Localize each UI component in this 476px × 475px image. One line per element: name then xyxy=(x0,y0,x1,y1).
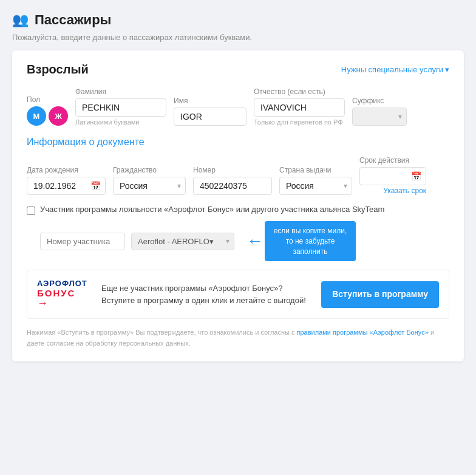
expiry-label: Срок действия xyxy=(359,156,426,165)
card-header: Взрослый Нужны специальные услуги ▾ xyxy=(27,63,449,77)
surname-hint: Латинскими буквами xyxy=(75,118,166,126)
loyalty-airline-select[interactable]: Aeroflot - AEROFLO▾ xyxy=(131,233,234,250)
specify-expiry-link[interactable]: Указать срок xyxy=(359,186,426,195)
loyalty-airline-wrapper: Aeroflot - AEROFLO▾ xyxy=(131,233,234,250)
dob-input[interactable] xyxy=(27,177,106,195)
gender-buttons: М Ж xyxy=(27,106,68,126)
surname-field: Фамилия Латинскими буквами xyxy=(75,87,166,126)
banner-text: Еще не участник программы «Аэрофлот Бону… xyxy=(101,282,311,306)
dob-input-wrapper: 📅 xyxy=(27,177,106,195)
logo-top: АЭРОФЛОТ xyxy=(37,279,87,288)
issue-country-select[interactable]: Россия xyxy=(279,177,352,195)
dob-label: Дата рождения xyxy=(27,166,106,174)
passenger-card: Взрослый Нужны специальные услуги ▾ Пол … xyxy=(12,50,464,361)
aeroflot-logo: АЭРОФЛОТ БОНУС → xyxy=(37,279,92,310)
doc-number-field: Номер xyxy=(193,166,272,195)
footer-link-1[interactable]: правилами программы «Аэрофлот Бонус» xyxy=(297,329,429,336)
suffix-field: Суффикс Jr Sr xyxy=(352,97,407,126)
aeroflot-banner: АЭРОФЛОТ БОНУС → Еще не участник програм… xyxy=(27,270,449,319)
gender-male-button[interactable]: М xyxy=(27,106,46,126)
doc-number-label: Номер xyxy=(193,166,272,174)
loyalty-inputs-row: Aeroflot - AEROFLO▾ ← если вы копите мил… xyxy=(40,221,449,261)
join-program-button[interactable]: Вступить в программу xyxy=(321,281,439,308)
expiry-field: Срок действия 📅 Указать срок xyxy=(359,156,426,195)
callout-bubble: если вы копите мили, то не забудьте запо… xyxy=(265,221,356,261)
loyalty-number-input[interactable] xyxy=(40,233,125,250)
page-header: 👥 Пассажиры xyxy=(12,12,464,28)
citizenship-field: Гражданство Россия xyxy=(113,166,186,195)
first-name-field: Имя xyxy=(174,97,246,126)
issue-country-field: Страна выдачи Россия xyxy=(279,166,352,195)
gender-field: Пол М Ж xyxy=(27,95,68,126)
footer-text: Нажимая «Вступить в программу» Вы подтве… xyxy=(27,327,449,349)
page-subtitle: Пожалуйста, введите данные о пассажирах … xyxy=(12,33,464,42)
document-section-title: Информация о документе xyxy=(27,137,449,148)
footer-text-before: Нажимая «Вступить в программу» Вы подтве… xyxy=(27,329,297,336)
gender-label: Пол xyxy=(27,95,68,104)
first-name-label: Имя xyxy=(174,97,246,105)
issue-country-select-wrapper: Россия xyxy=(279,177,352,195)
suffix-label: Суффикс xyxy=(352,97,407,105)
dob-field: Дата рождения 📅 xyxy=(27,166,106,195)
passenger-type: Взрослый xyxy=(27,63,89,77)
suffix-select[interactable]: Jr Sr xyxy=(352,108,407,126)
loyalty-label: Участник программы лояльности «Аэрофлот … xyxy=(40,205,384,214)
passengers-icon: 👥 xyxy=(12,12,29,28)
surname-input[interactable] xyxy=(75,98,166,117)
left-arrow-icon: ← xyxy=(246,231,264,251)
page-wrapper: 👥 Пассажиры Пожалуйста, введите данные о… xyxy=(12,12,464,361)
document-fields-row: Дата рождения 📅 Гражданство Россия Номер xyxy=(27,156,449,195)
expiry-input-wrapper: 📅 xyxy=(359,167,426,185)
surname-label: Фамилия xyxy=(75,87,166,96)
patronymic-label: Отчество (если есть) xyxy=(254,87,345,96)
logo-arrow: → xyxy=(37,297,48,310)
page-title: Пассажиры xyxy=(35,12,111,28)
patronymic-hint: Только для перелетов по РФ xyxy=(254,118,345,126)
gender-female-button[interactable]: Ж xyxy=(49,106,68,126)
arrow-callout: ← если вы копите мили, то не забудьте за… xyxy=(246,221,356,261)
expiry-input[interactable] xyxy=(359,167,426,185)
citizenship-select[interactable]: Россия xyxy=(113,177,186,195)
name-fields-row: Пол М Ж Фамилия Латинскими буквами Имя О… xyxy=(27,87,449,126)
suffix-wrapper: Jr Sr xyxy=(352,108,407,126)
first-name-input[interactable] xyxy=(174,108,246,126)
doc-number-input[interactable] xyxy=(193,177,272,195)
issue-country-label: Страна выдачи xyxy=(279,166,352,174)
loyalty-checkbox[interactable] xyxy=(27,207,35,215)
loyalty-row: Участник программы лояльности «Аэрофлот … xyxy=(27,205,449,215)
special-services-link[interactable]: Нужны специальные услуги ▾ xyxy=(341,65,449,74)
citizenship-label: Гражданство xyxy=(113,166,186,174)
patronymic-field: Отчество (если есть) Только для перелето… xyxy=(254,87,345,126)
citizenship-select-wrapper: Россия xyxy=(113,177,186,195)
patronymic-input[interactable] xyxy=(254,98,345,117)
